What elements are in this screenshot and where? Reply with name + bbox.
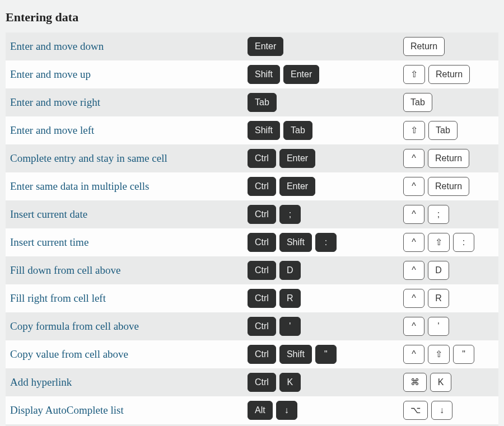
- shortcut-windows-keys: CtrlShift:: [248, 233, 403, 252]
- key-dark: Ctrl: [248, 177, 276, 196]
- shortcut-mac-keys: ^Return: [403, 149, 494, 168]
- shortcut-description[interactable]: Complete entry and stay in same cell: [10, 152, 248, 165]
- shortcut-mac-keys: ^D: [403, 261, 494, 280]
- key-dark: R: [279, 289, 301, 308]
- key-light: ^: [403, 177, 424, 196]
- shortcut-row: Copy value from cell aboveCtrlShift"^⇧": [6, 340, 498, 368]
- shortcut-mac-keys: ⇧Tab: [403, 121, 494, 140]
- shortcut-row: Copy formula from cell aboveCtrl'^': [6, 312, 498, 340]
- key-dark: Ctrl: [248, 317, 276, 336]
- key-light: ^: [403, 261, 424, 280]
- shortcut-row: Insert current dateCtrl;^;: [6, 200, 498, 228]
- key-dark: Ctrl: [248, 149, 276, 168]
- key-dark: ;: [279, 205, 301, 224]
- shortcut-mac-keys: ⇧Return: [403, 65, 494, 84]
- shortcut-mac-keys: Tab: [403, 93, 494, 112]
- key-light: K: [430, 373, 451, 392]
- key-light: Return: [428, 149, 469, 168]
- shortcut-row: Enter and move rightTabTab: [6, 88, 498, 116]
- key-light: ;: [428, 205, 449, 224]
- shortcut-row: Enter same data in multiple cellsCtrlEnt…: [6, 172, 498, 200]
- shortcut-mac-keys: ⌘K: [403, 373, 494, 392]
- key-dark: K: [279, 373, 301, 392]
- shortcut-description[interactable]: Enter and move left: [10, 124, 248, 137]
- key-light: Tab: [428, 121, 458, 140]
- shortcut-row: Fill right from cell leftCtrlR^R: [6, 284, 498, 312]
- shortcut-row: Enter and move leftShiftTab⇧Tab: [6, 116, 498, 144]
- shortcut-windows-keys: ShiftTab: [248, 121, 403, 140]
- key-light: ^: [403, 289, 424, 308]
- shortcut-description[interactable]: Add hyperlink: [10, 376, 248, 388]
- key-dark: Enter: [248, 37, 283, 56]
- key-dark: Shift: [248, 65, 280, 84]
- shortcut-mac-keys: ^⇧:: [403, 233, 494, 252]
- shortcut-description[interactable]: Enter and move right: [10, 96, 248, 109]
- key-light: ^: [403, 317, 424, 336]
- shortcut-description[interactable]: Fill down from cell above: [10, 264, 248, 277]
- shortcut-description[interactable]: Copy formula from cell above: [10, 320, 248, 333]
- shortcut-windows-keys: CtrlShift": [248, 345, 403, 364]
- key-dark: Shift: [279, 345, 312, 364]
- shortcut-mac-keys: ⌥↓: [403, 401, 494, 420]
- shortcut-mac-keys: ^Return: [403, 177, 494, 196]
- key-dark: Alt: [248, 401, 273, 420]
- shortcut-row: Fill down from cell aboveCtrlD^D: [6, 256, 498, 284]
- key-dark: D: [279, 261, 301, 280]
- shortcut-row: Display AutoComplete listAlt↓⌥↓: [6, 396, 498, 424]
- key-light: ^: [403, 205, 424, 224]
- key-dark: Enter: [279, 177, 315, 196]
- shortcut-windows-keys: Alt↓: [248, 401, 403, 420]
- shortcut-description[interactable]: Enter and move up: [10, 68, 248, 81]
- key-dark: Shift: [279, 233, 312, 252]
- shortcut-windows-keys: CtrlEnter: [248, 149, 403, 168]
- key-dark: ↓: [276, 401, 297, 420]
- key-dark: Tab: [283, 121, 312, 140]
- shortcut-description[interactable]: Insert current date: [10, 208, 248, 221]
- shortcut-description[interactable]: Insert current time: [10, 236, 248, 249]
- shortcut-mac-keys: ^⇧": [403, 345, 494, 364]
- key-dark: Ctrl: [248, 233, 276, 252]
- shortcut-windows-keys: CtrlR: [248, 289, 403, 308]
- key-dark: Ctrl: [248, 373, 276, 392]
- key-light: Return: [428, 65, 470, 84]
- shortcut-mac-keys: ^;: [403, 205, 494, 224]
- key-light: ⇧: [403, 121, 425, 140]
- shortcut-windows-keys: Ctrl': [248, 317, 403, 336]
- shortcut-mac-keys: Return: [403, 37, 494, 56]
- key-light: R: [428, 289, 449, 308]
- key-dark: Ctrl: [248, 345, 276, 364]
- shortcut-description[interactable]: Fill right from cell left: [10, 292, 248, 305]
- key-light: ⇧: [428, 345, 450, 364]
- shortcut-row: Add hyperlinkCtrlK⌘K: [6, 368, 498, 396]
- key-dark: Enter: [279, 149, 315, 168]
- shortcut-description[interactable]: Enter and move down: [10, 40, 248, 53]
- key-light: ⌘: [403, 373, 427, 392]
- shortcut-row: Complete entry and stay in same cellCtrl…: [6, 144, 498, 172]
- key-dark: Ctrl: [248, 205, 276, 224]
- key-light: :: [453, 233, 474, 252]
- shortcut-windows-keys: ShiftEnter: [248, 65, 403, 84]
- key-dark: ": [315, 345, 337, 364]
- shortcut-mac-keys: ^R: [403, 289, 494, 308]
- key-light: Return: [428, 177, 469, 196]
- shortcut-description[interactable]: Display AutoComplete list: [10, 404, 248, 416]
- section-title: Entering data: [6, 6, 498, 32]
- key-dark: Ctrl: [248, 261, 276, 280]
- shortcut-row: Insert current timeCtrlShift:^⇧:: [6, 228, 498, 256]
- key-light: ^: [403, 233, 424, 252]
- shortcut-description[interactable]: Copy value from cell above: [10, 348, 248, 361]
- key-dark: :: [315, 233, 337, 252]
- key-light: ": [453, 345, 474, 364]
- key-light: Tab: [403, 93, 432, 112]
- shortcut-windows-keys: Enter: [248, 37, 403, 56]
- shortcut-description[interactable]: Enter same data in multiple cells: [10, 180, 248, 193]
- shortcut-row: Enter and move downEnterReturn: [6, 32, 498, 60]
- key-dark: Ctrl: [248, 289, 276, 308]
- key-light: ^: [403, 345, 424, 364]
- shortcut-mac-keys: ^': [403, 317, 494, 336]
- key-dark: Shift: [248, 121, 280, 140]
- key-dark: Tab: [248, 93, 277, 112]
- key-light: ': [428, 317, 449, 336]
- shortcut-table: Enter and move downEnterReturnEnter and …: [6, 32, 498, 426]
- key-dark: ': [279, 317, 301, 336]
